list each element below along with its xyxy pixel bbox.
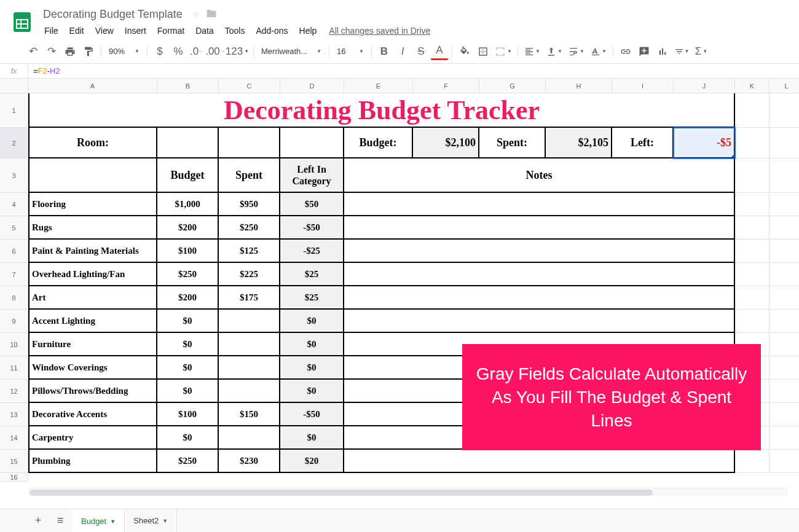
row-budget[interactable]: $200 (157, 216, 219, 240)
row-spent[interactable] (219, 310, 280, 333)
row-header-13[interactable]: 13 (0, 403, 28, 426)
italic-button[interactable]: I (394, 43, 411, 60)
row-header-14[interactable]: 14 (0, 426, 28, 450)
col-header-H[interactable]: H (546, 79, 612, 93)
formula-input[interactable]: =F2-H2 (28, 64, 799, 78)
menu-tools[interactable]: Tools (220, 23, 250, 38)
row-name[interactable]: Flooring (28, 193, 157, 216)
menu-data[interactable]: Data (191, 23, 219, 38)
format-currency-button[interactable]: $ (151, 43, 168, 60)
spent-total-label[interactable]: Spent: (479, 128, 546, 158)
row-name[interactable]: Plumbing (28, 450, 157, 473)
col-header-J[interactable]: J (674, 79, 735, 93)
row-left[interactable]: -$50 (280, 403, 344, 426)
row-notes[interactable] (344, 193, 735, 216)
filter-button[interactable]: ▼ (672, 43, 691, 60)
row-header-8[interactable]: 8 (0, 286, 28, 310)
row-left[interactable]: $25 (280, 263, 344, 286)
row-budget[interactable]: $0 (157, 310, 219, 333)
sheet-tab-budget[interactable]: Budget▼ (73, 509, 125, 533)
star-icon[interactable]: ☆ (192, 10, 200, 19)
col-header-D[interactable]: D (280, 79, 344, 93)
row-name[interactable]: Window Coverings (28, 356, 157, 380)
row-spent[interactable]: $150 (219, 403, 280, 426)
row-spent[interactable]: $175 (219, 286, 280, 310)
undo-button[interactable]: ↶ (25, 43, 42, 60)
row-spent[interactable] (219, 380, 280, 403)
menu-help[interactable]: Help (294, 23, 322, 38)
menu-edit[interactable]: Edit (65, 23, 89, 38)
col-budget-header[interactable]: Budget (157, 158, 219, 193)
bold-button[interactable]: B (376, 43, 393, 60)
redo-button[interactable]: ↷ (43, 43, 60, 60)
col-spent-header[interactable]: Spent (219, 158, 280, 193)
select-all-corner[interactable] (0, 79, 28, 93)
text-color-button[interactable]: A (431, 43, 448, 60)
row-left[interactable]: $0 (280, 310, 344, 333)
col-header-C[interactable]: C (219, 79, 280, 93)
fill-color-button[interactable] (456, 43, 473, 60)
row-header-4[interactable]: 4 (0, 193, 28, 216)
horizontal-align-button[interactable]: ▼ (522, 43, 543, 60)
menu-addons[interactable]: Add-ons (251, 23, 293, 38)
scroll-thumb[interactable] (30, 490, 653, 496)
row-left[interactable]: $25 (280, 286, 344, 310)
spent-total-value[interactable]: $2,105 (546, 128, 612, 158)
room-value[interactable] (157, 128, 219, 158)
row-name[interactable]: Decorative Accents (28, 403, 157, 426)
row-spent[interactable]: $250 (219, 216, 280, 240)
functions-button[interactable]: Σ▼ (692, 43, 710, 60)
row-notes[interactable] (344, 216, 735, 240)
row-spent[interactable]: $225 (219, 263, 280, 286)
format-percent-button[interactable]: % (170, 43, 187, 60)
increase-decimal-button[interactable]: .00→ (207, 43, 224, 60)
row-name[interactable]: Carpentry (28, 426, 157, 450)
insert-chart-button[interactable] (654, 43, 671, 60)
col-header-E[interactable]: E (344, 79, 413, 93)
left-total-value[interactable]: -$5 (674, 128, 735, 158)
row-left[interactable]: $50 (280, 193, 344, 216)
folder-icon[interactable] (206, 8, 217, 21)
row-header-15[interactable]: 15 (0, 450, 28, 473)
budget-total-label[interactable]: Budget: (344, 128, 413, 158)
menu-format[interactable]: Format (152, 23, 189, 38)
row-header-1[interactable]: 1 (0, 93, 28, 128)
insert-link-button[interactable] (617, 43, 634, 60)
row-spent[interactable] (219, 333, 280, 356)
row-left[interactable]: $0 (280, 356, 344, 380)
add-sheet-button[interactable]: + (28, 511, 48, 531)
row-header-3[interactable]: 3 (0, 158, 28, 193)
row-left[interactable]: $20 (280, 450, 344, 473)
row-header-6[interactable]: 6 (0, 240, 28, 263)
text-rotation-button[interactable]: ▼ (588, 43, 609, 60)
decrease-decimal-button[interactable]: .0← (188, 43, 205, 60)
row-left[interactable]: $0 (280, 426, 344, 450)
all-sheets-button[interactable]: ≡ (50, 511, 70, 531)
row-notes[interactable] (344, 263, 735, 286)
col-header-I[interactable]: I (612, 79, 674, 93)
row-header-7[interactable]: 7 (0, 263, 28, 286)
row-header-9[interactable]: 9 (0, 310, 28, 333)
strikethrough-button[interactable]: S (412, 43, 430, 60)
row-spent[interactable]: $125 (219, 240, 280, 263)
row-notes[interactable] (344, 310, 735, 333)
col-notes-header[interactable]: Notes (344, 158, 735, 193)
row-budget[interactable]: $0 (157, 356, 219, 380)
row-left[interactable]: -$25 (280, 240, 344, 263)
row-header-16[interactable]: 16 (0, 473, 28, 482)
menu-file[interactable]: File (39, 23, 63, 38)
row-name[interactable]: Accent Lighting (28, 310, 157, 333)
row-budget[interactable]: $100 (157, 403, 219, 426)
row-budget[interactable]: $0 (157, 426, 219, 450)
row-budget[interactable]: $0 (157, 333, 219, 356)
row-name[interactable]: Pillows/Throws/Bedding (28, 380, 157, 403)
row-name[interactable]: Furniture (28, 333, 157, 356)
print-button[interactable] (61, 43, 79, 60)
merge-cells-button[interactable]: ▼ (493, 43, 514, 60)
row-name[interactable]: Paint & Painting Materials (28, 240, 157, 263)
paint-format-button[interactable] (80, 43, 97, 60)
insert-comment-button[interactable] (636, 43, 653, 60)
horizontal-scrollbar[interactable] (28, 488, 788, 496)
col-header-A[interactable]: A (28, 79, 157, 93)
row-spent[interactable]: $950 (219, 193, 280, 216)
